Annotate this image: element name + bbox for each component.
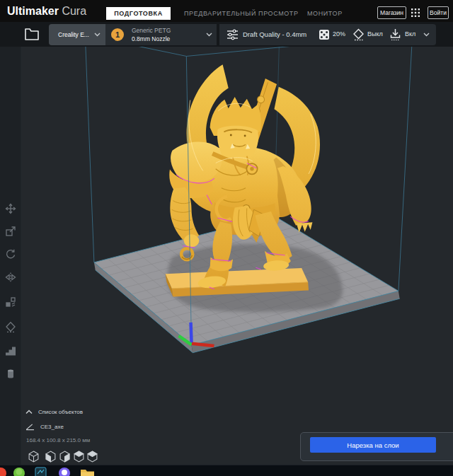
material-name: Generic PETG bbox=[132, 27, 171, 34]
object-list-item[interactable]: CE3_axe bbox=[25, 423, 167, 431]
support-eraser-button[interactable] bbox=[5, 368, 16, 379]
tab-monitor[interactable]: МОНИТОР bbox=[307, 10, 343, 17]
custom-supports-button[interactable] bbox=[5, 345, 16, 356]
model-left-fist bbox=[184, 234, 200, 247]
chevron-up-icon bbox=[25, 410, 33, 414]
taskbar-app-teal-icon[interactable] bbox=[35, 468, 46, 476]
printer-name: Creality E... bbox=[58, 31, 89, 38]
marketplace-button[interactable]: Магазин bbox=[377, 6, 406, 19]
viewport-3d[interactable] bbox=[0, 47, 453, 465]
view-front-button[interactable] bbox=[45, 451, 57, 463]
app-logo: Ultimaker Cura bbox=[7, 5, 86, 18]
object-name: CE3_axe bbox=[40, 424, 64, 430]
chevron-down-icon bbox=[206, 33, 212, 37]
signin-button[interactable]: Войти bbox=[428, 6, 449, 19]
adhesion-value: Вкл bbox=[405, 30, 415, 37]
per-model-settings-button[interactable] bbox=[5, 296, 16, 308]
app-logo-bold: Ultimaker bbox=[7, 5, 59, 17]
print-settings-selector[interactable]: Draft Quality - 0.4mm 20% Выкл bbox=[219, 24, 436, 45]
tab-preview[interactable]: ПРЕДВАРИТЕЛЬНЫЙ ПРОСМОТР bbox=[184, 10, 299, 17]
support-blocker-button[interactable] bbox=[5, 321, 16, 332]
mirror-tool-button[interactable] bbox=[5, 272, 16, 283]
svg-text:1: 1 bbox=[115, 30, 120, 39]
taskbar-app-red-icon[interactable] bbox=[0, 468, 6, 476]
move-tool-button[interactable] bbox=[5, 203, 16, 214]
scale-tool-button[interactable] bbox=[5, 226, 16, 237]
profile-summary: Draft Quality - 0.4mm bbox=[243, 30, 306, 38]
view-perspective-button[interactable] bbox=[28, 451, 40, 463]
view-right-button[interactable] bbox=[59, 451, 71, 463]
cura-window: Ultimaker Cura ПОДГОТОВКА ПРЕДВАРИТЕЛЬНЫ… bbox=[0, 0, 453, 476]
slice-button[interactable]: Нарезка на слои bbox=[310, 437, 436, 453]
left-tool-strip bbox=[0, 47, 21, 465]
sliders-icon bbox=[226, 29, 239, 40]
view-top-button[interactable] bbox=[86, 451, 98, 463]
os-taskbar bbox=[0, 465, 453, 476]
axis-z bbox=[191, 324, 192, 342]
open-file-button[interactable] bbox=[23, 26, 42, 43]
support-value: Выкл bbox=[367, 30, 383, 37]
tab-prepare[interactable]: ПОДГОТОВКА bbox=[106, 7, 171, 20]
filament-spool-icon: 1 bbox=[110, 28, 125, 42]
support-icon bbox=[352, 28, 365, 41]
configuration-toolbar: Creality E... 1 Generic PETG 0.8mm Nozzl… bbox=[0, 22, 453, 47]
view-left-button[interactable] bbox=[73, 451, 85, 463]
object-list-panel: Список объектов CE3_axe 168.4 x 100.8 x … bbox=[25, 409, 167, 443]
rotate-tool-button[interactable] bbox=[5, 248, 16, 260]
infill-icon bbox=[319, 29, 330, 40]
action-panel: Нарезка на слои bbox=[300, 432, 453, 461]
model-type-icon bbox=[25, 423, 35, 431]
apps-grid-icon[interactable] bbox=[411, 8, 420, 21]
material-selector[interactable]: 1 Generic PETG 0.8mm Nozzle bbox=[105, 24, 217, 45]
nozzle-size: 0.8mm Nozzle bbox=[132, 35, 170, 42]
adhesion-icon bbox=[389, 28, 401, 41]
chevron-down-icon bbox=[94, 33, 101, 37]
chevron-down-icon bbox=[423, 33, 430, 37]
header-bar: Ultimaker Cura ПОДГОТОВКА ПРЕДВАРИТЕЛЬНЫ… bbox=[0, 0, 453, 22]
object-list-title: Список объектов bbox=[38, 409, 83, 415]
printer-selector[interactable]: Creality E... bbox=[49, 24, 105, 45]
axis-x bbox=[193, 344, 212, 346]
object-dimensions: 168.4 x 100.8 x 215.0 мм bbox=[26, 437, 167, 443]
infill-value: 20% bbox=[333, 30, 345, 37]
object-list-header[interactable]: Список объектов bbox=[25, 409, 167, 415]
